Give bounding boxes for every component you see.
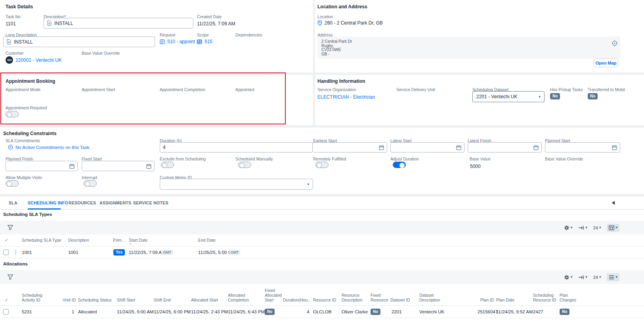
- select-all-icon[interactable]: ✓: [5, 298, 8, 302]
- view-mode-selector[interactable]: ▾: [607, 273, 619, 281]
- column-header[interactable]: Plan ID: [480, 298, 494, 302]
- column-header[interactable]: Scheduling Status: [78, 298, 112, 302]
- long-description-input[interactable]: INSTALL: [3, 36, 155, 47]
- scheduling-dataset-select[interactable]: 2201 - Ventechi UK ▾: [472, 91, 545, 102]
- base-value-override-label: Base Value Override: [82, 51, 120, 55]
- cell-resource-id-link[interactable]: OLCLOB: [313, 309, 332, 314]
- chevron-down-icon: ▾: [585, 226, 587, 229]
- column-header[interactable]: Dataset ID: [390, 298, 410, 302]
- column-header[interactable]: Plan Changes: [560, 293, 579, 302]
- column-header[interactable]: Allocated Start: [191, 298, 218, 302]
- plan-changes-badge: No: [560, 309, 569, 315]
- column-header[interactable]: Plan Date: [496, 298, 514, 302]
- adjust-duration-toggle[interactable]: [393, 162, 406, 168]
- column-header[interactable]: Scheduling Activity ID: [22, 293, 49, 302]
- sla-types-row[interactable]: ⋮ 1001 1001 Yes 11/22/25, 7:09 AM GMT 11…: [0, 246, 644, 258]
- remotely-fulfilled-toggle[interactable]: [315, 162, 329, 168]
- cell-allocated-start: 11/24/25, 2:43 PM: [191, 309, 228, 314]
- page-size-selector[interactable]: 24 ▾: [593, 225, 601, 230]
- calendar-icon[interactable]: [456, 145, 461, 150]
- column-header[interactable]: Allocated Completion: [228, 293, 251, 302]
- filter-icon[interactable]: [8, 225, 13, 230]
- appointment-required-toggle[interactable]: [6, 111, 19, 117]
- column-header[interactable]: Resource ID: [313, 298, 336, 302]
- description-value: INSTALL: [54, 21, 73, 26]
- tab-service-notes[interactable]: SERVICE NOTES: [133, 200, 168, 205]
- scheduled-manually-toggle[interactable]: [238, 162, 251, 168]
- page-size-value: 24: [593, 225, 598, 230]
- column-header[interactable]: Duration(Hou...: [283, 298, 311, 302]
- column-header[interactable]: End Date: [198, 238, 216, 242]
- location-value-row[interactable]: 260 - 2 Central Park Dr, GB: [317, 20, 383, 26]
- tab-sla[interactable]: SLA: [9, 200, 17, 205]
- column-header[interactable]: Shift Start: [117, 298, 135, 302]
- tab-resources[interactable]: RESOURCES: [69, 200, 96, 205]
- exclude-from-scheduling-toggle[interactable]: [161, 162, 174, 168]
- row-checkbox[interactable]: [3, 309, 9, 315]
- cell-plan-date: 11/24/25, 9:52 AM: [496, 309, 533, 314]
- scope-link[interactable]: 515: [197, 39, 212, 44]
- allow-multiple-visits-label: Allow Multiple Visits: [6, 175, 42, 180]
- earliest-start-input[interactable]: [312, 142, 387, 153]
- settings-button[interactable]: ▾: [564, 275, 573, 280]
- allow-multiple-visits-toggle[interactable]: [6, 180, 19, 187]
- calendar-icon[interactable]: [146, 164, 151, 169]
- tab-scheduling-info[interactable]: SCHEDULING INFO: [28, 200, 68, 205]
- calendar-icon[interactable]: [612, 145, 617, 150]
- tabs-tables-card: SLA SCHEDULING INFO RESOURCES ASSIGNMENT…: [0, 197, 644, 332]
- calendar-icon[interactable]: [379, 145, 384, 150]
- description-input[interactable]: INSTALL: [44, 18, 193, 29]
- latest-start-input[interactable]: [390, 142, 464, 153]
- custom-metric-id-select[interactable]: ▾: [160, 179, 313, 190]
- page-size-selector[interactable]: 24 ▾: [593, 275, 601, 280]
- column-header[interactable]: Start Date: [129, 238, 147, 242]
- fixed-start-input[interactable]: [82, 161, 155, 171]
- remotely-fulfilled-label: Remotely Fulfilled: [313, 156, 346, 161]
- column-header[interactable]: Shift End: [154, 298, 171, 302]
- column-header[interactable]: Resource Description: [342, 293, 365, 302]
- document-icon: [7, 39, 11, 44]
- column-header[interactable]: Scheduling Resource ID: [533, 293, 558, 302]
- request-link[interactable]: 510 - appoint 10: [160, 39, 202, 44]
- allocations-row[interactable]: 5231 1 Allocated 11/24/25, 9:00 AM 11/24…: [0, 306, 644, 318]
- column-header[interactable]: Fixed Allocated Start: [265, 288, 285, 302]
- interrupt-toggle[interactable]: [84, 180, 97, 187]
- column-header[interactable]: Dataset Description: [419, 293, 443, 302]
- sla-commitments-link[interactable]: No Active Commitments on this Task: [8, 145, 89, 150]
- planned-start-input[interactable]: [545, 142, 620, 153]
- customer-link[interactable]: VU 220001 - Ventechi UK: [6, 56, 62, 64]
- cell-sla-type: 1001: [22, 250, 32, 255]
- column-header[interactable]: Scheduling SLA Type: [22, 238, 61, 242]
- exclude-from-scheduling-label: Exclude from Scheduling: [160, 156, 206, 161]
- column-header[interactable]: Visit ID: [63, 298, 76, 302]
- column-header[interactable]: Description: [68, 238, 89, 242]
- column-header[interactable]: Fixed Resource: [371, 293, 390, 302]
- cell-allocated-completion: 11/24/25, 6:43 PM: [228, 309, 265, 314]
- column-header[interactable]: Prim...: [113, 238, 125, 242]
- row-actions-kebab-icon[interactable]: ⋮: [13, 250, 18, 255]
- calendar-icon[interactable]: [69, 164, 75, 169]
- address-line-1: 2 Central Park Dr: [321, 40, 616, 44]
- latest-finish-input[interactable]: [468, 142, 542, 153]
- cell-shift-end: 11/24/25, 6:00 PM: [154, 309, 191, 314]
- select-all-icon[interactable]: ✓: [5, 238, 8, 242]
- skip-to-end-icon: [578, 275, 584, 280]
- calendar-icon[interactable]: [533, 145, 539, 150]
- settings-button[interactable]: ▾: [564, 225, 573, 231]
- view-mode-selector[interactable]: ▾: [607, 224, 619, 232]
- service-organization-link[interactable]: ELECTRICIAN - Electrician: [317, 94, 375, 100]
- duration-input[interactable]: 4: [160, 142, 313, 153]
- tab-scroll-left-icon[interactable]: [612, 201, 615, 205]
- geocode-target-icon[interactable]: [612, 40, 618, 46]
- gear-icon: [564, 225, 569, 231]
- row-checkbox[interactable]: [3, 250, 9, 255]
- export-button[interactable]: ▾: [578, 225, 587, 230]
- cell-shift-start: 11/24/25, 9:00 AM: [117, 309, 154, 314]
- allocations-toolbar: ▾ ▾ 24 ▾ ▾: [0, 270, 644, 284]
- chevron-down-icon: ▾: [539, 95, 541, 99]
- tab-assignments[interactable]: ASSIGNMENTS: [99, 200, 131, 205]
- export-button[interactable]: ▾: [578, 275, 587, 280]
- filter-icon[interactable]: [8, 275, 13, 280]
- open-map-button[interactable]: Open Map: [594, 59, 618, 67]
- planned-finish-input[interactable]: [6, 161, 78, 171]
